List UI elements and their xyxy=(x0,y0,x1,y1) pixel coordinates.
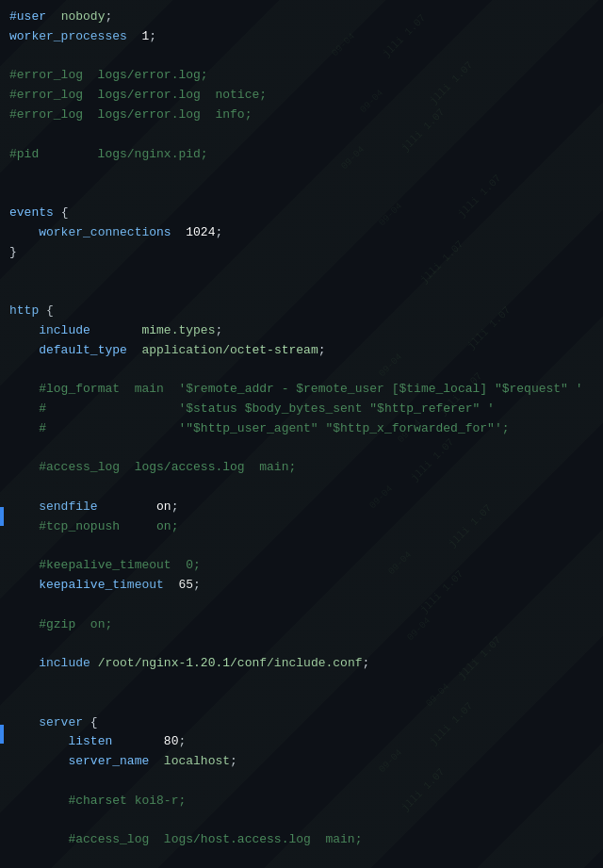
line-40 xyxy=(0,772,603,792)
line-39: server_name localhost; xyxy=(0,752,603,772)
line-2: worker_processes 1; xyxy=(0,27,603,47)
line-35 xyxy=(0,674,603,694)
line-31 xyxy=(0,596,603,615)
left-indicator-2 xyxy=(0,725,4,744)
line-44 xyxy=(0,850,603,868)
line-23 xyxy=(0,439,603,459)
line-30: keepalive_timeout 65; xyxy=(0,576,603,596)
line-22: # '"$http_user_agent" "$http_x_forwarded… xyxy=(0,419,603,439)
line-42 xyxy=(0,811,603,831)
line-11: events { xyxy=(0,204,603,223)
line-10 xyxy=(0,184,603,204)
line-21: # '$status $body_bytes_sent "$http_refer… xyxy=(0,400,603,419)
left-indicator-1 xyxy=(0,507,4,526)
line-27: #tcp_nopush on; xyxy=(0,517,603,537)
line-38: listen 80; xyxy=(0,732,603,752)
line-25 xyxy=(0,478,603,498)
line-8: #pid logs/nginx.pid; xyxy=(0,145,603,165)
line-19 xyxy=(0,360,603,380)
line-12: worker_connections 1024; xyxy=(0,223,603,243)
line-28 xyxy=(0,537,603,557)
line-18: default_type application/octet-stream; xyxy=(0,341,603,361)
line-7 xyxy=(0,125,603,145)
code-editor: #user nobody; worker_processes 1; #error… xyxy=(0,0,603,868)
line-17: include mime.types; xyxy=(0,321,603,341)
line-43: #access_log logs/host.access.log main; xyxy=(0,830,603,850)
line-15 xyxy=(0,282,603,302)
line-36 xyxy=(0,694,603,713)
line-29: #keepalive_timeout 0; xyxy=(0,556,603,576)
line-34: include /root/nginx-1.20.1/conf/include.… xyxy=(0,654,603,674)
line-24: #access_log logs/access.log main; xyxy=(0,458,603,478)
line-3 xyxy=(0,47,603,67)
line-13: } xyxy=(0,243,603,263)
line-14 xyxy=(0,262,603,282)
line-20: #log_format main '$remote_addr - $remote… xyxy=(0,380,603,400)
line-33 xyxy=(0,635,603,655)
line-1: #user nobody; xyxy=(0,8,603,27)
line-26: sendfile on; xyxy=(0,498,603,517)
line-6: #error_log logs/error.log info; xyxy=(0,106,603,125)
line-9 xyxy=(0,164,603,184)
line-37: server { xyxy=(0,713,603,733)
line-32: #gzip on; xyxy=(0,615,603,635)
line-5: #error_log logs/error.log notice; xyxy=(0,86,603,106)
line-41: #charset koi8-r; xyxy=(0,792,603,811)
line-4: #error_log logs/error.log; xyxy=(0,66,603,86)
line-16: http { xyxy=(0,302,603,321)
